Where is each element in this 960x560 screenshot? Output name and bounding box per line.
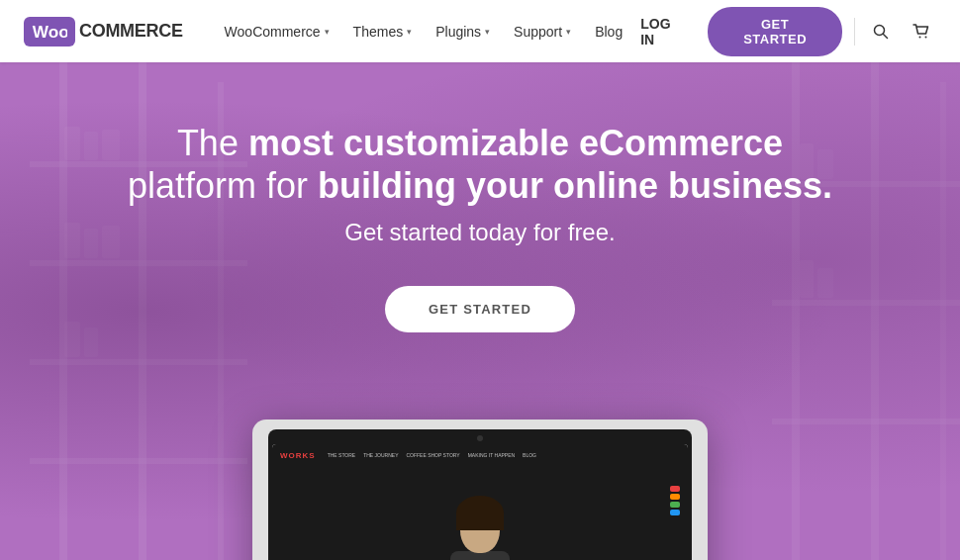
screen-navbar: WORKS THE STORE THE JOURNEY COFFEE SHOP …: [272, 444, 688, 466]
person-head: [460, 504, 500, 553]
nav-links: WooCommerce ▾ Themes ▾ Plugins ▾ Support…: [215, 16, 633, 47]
nav-item-woocommerce[interactable]: WooCommerce ▾: [215, 16, 339, 47]
nav-item-support[interactable]: Support ▾: [504, 16, 581, 47]
laptop-camera-dot: [477, 435, 483, 441]
login-button[interactable]: LOG IN: [632, 12, 696, 51]
svg-point-4: [925, 36, 927, 38]
svg-line-2: [884, 34, 888, 38]
screen-body: [272, 466, 688, 560]
hero-subtitle: Get started today for free.: [128, 219, 832, 246]
laptop-bezel: WORKS THE STORE THE JOURNEY COFFEE SHOP …: [268, 429, 692, 560]
cart-icon: [912, 24, 930, 40]
screen-side-buttons: [670, 486, 680, 515]
screen-nav-item: MAKING IT HAPPEN: [468, 452, 515, 458]
screen-nav-items: THE STORE THE JOURNEY COFFEE SHOP STORY …: [328, 452, 536, 458]
laptop-outer-frame: WORKS THE STORE THE JOURNEY COFFEE SHOP …: [252, 420, 708, 560]
search-icon: [873, 24, 889, 40]
nav-item-blog[interactable]: Blog: [585, 16, 632, 47]
nav-right: LOG IN GET STARTED: [632, 7, 936, 56]
screen-nav-item: COFFEE SHOP STORY: [406, 452, 459, 458]
chevron-down-icon: ▾: [566, 27, 571, 37]
nav-item-themes[interactable]: Themes ▾: [343, 16, 423, 47]
hero-headline-line2: platform for building your online busine…: [128, 164, 832, 207]
screen-side-btn-3: [670, 502, 680, 508]
laptop-screen: WORKS THE STORE THE JOURNEY COFFEE SHOP …: [272, 444, 688, 560]
nav-item-plugins[interactable]: Plugins ▾: [426, 16, 500, 47]
commerce-logo-text: COMMERCE: [79, 21, 183, 42]
screen-nav-item: BLOG: [523, 452, 536, 458]
svg-point-3: [919, 36, 921, 38]
screen-side-btn-1: [670, 486, 680, 492]
get-started-nav-button[interactable]: GET STARTED: [708, 7, 842, 56]
screen-person-figure: [440, 504, 520, 560]
hero-section: The most customizable eCommerce platform…: [0, 62, 960, 560]
nav-divider: [854, 18, 855, 46]
navbar: Woo COMMERCE WooCommerce ▾ Themes ▾ Plug…: [0, 0, 960, 62]
logo-link[interactable]: Woo COMMERCE: [24, 17, 183, 47]
svg-text:Woo: Woo: [33, 22, 67, 42]
chevron-down-icon: ▾: [325, 27, 330, 37]
person-hair: [456, 496, 504, 530]
woo-logo-icon: Woo: [24, 17, 75, 47]
hero-get-started-button[interactable]: GET STARTED: [385, 286, 575, 332]
laptop-mockup: WORKS THE STORE THE JOURNEY COFFEE SHOP …: [252, 420, 708, 560]
screen-nav-item: THE JOURNEY: [363, 452, 398, 458]
screen-side-btn-4: [670, 510, 680, 515]
search-button[interactable]: [867, 20, 895, 44]
screen-nav-item: THE STORE: [328, 452, 356, 458]
cart-button[interactable]: [907, 20, 936, 44]
screen-side-btn-2: [670, 494, 680, 500]
chevron-down-icon: ▾: [407, 27, 412, 37]
chevron-down-icon: ▾: [485, 27, 490, 37]
hero-headline-line1: The most customizable eCommerce: [128, 122, 832, 164]
screen-site-logo: WORKS: [280, 451, 316, 460]
hero-content: The most customizable eCommerce platform…: [88, 122, 872, 332]
